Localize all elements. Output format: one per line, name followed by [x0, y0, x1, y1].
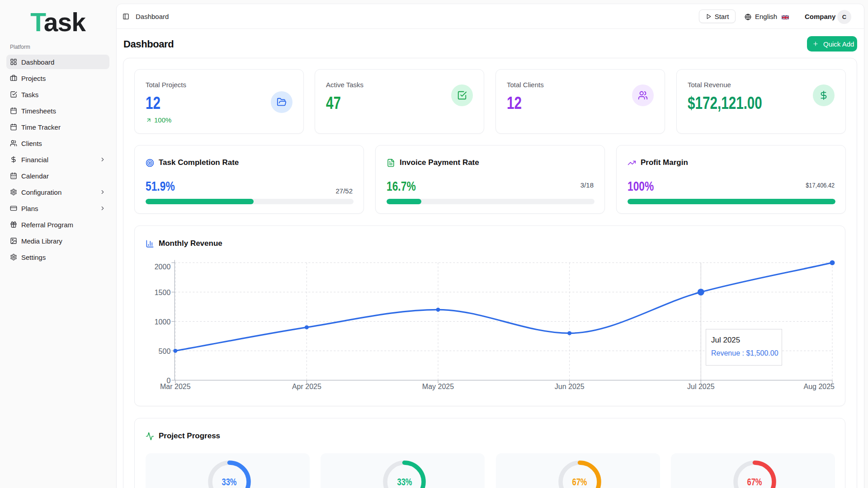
svg-text:Apr 2025: Apr 2025 [292, 383, 321, 390]
svg-text:Mar 2025: Mar 2025 [160, 383, 191, 390]
svg-text:1500: 1500 [155, 289, 171, 296]
svg-text:500: 500 [159, 347, 171, 355]
svg-text:1000: 1000 [155, 318, 171, 326]
svg-text:Jul 2025: Jul 2025 [687, 383, 715, 390]
svg-text:May 2025: May 2025 [422, 383, 454, 390]
svg-text:Aug 2025: Aug 2025 [803, 383, 835, 390]
svg-text:2000: 2000 [155, 263, 171, 271]
svg-text:Jun 2025: Jun 2025 [555, 383, 585, 390]
